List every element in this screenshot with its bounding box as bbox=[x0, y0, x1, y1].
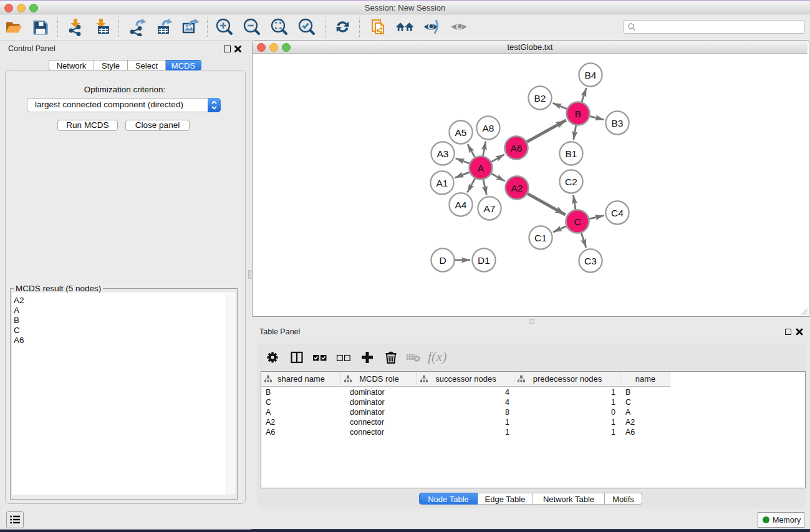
svg-text:A8: A8 bbox=[483, 123, 494, 133]
svg-text:C4: C4 bbox=[611, 208, 624, 218]
svg-text:B1: B1 bbox=[566, 148, 577, 159]
svg-text:C3: C3 bbox=[584, 256, 597, 266]
svg-text:D: D bbox=[439, 255, 446, 266]
svg-text:C: C bbox=[574, 216, 581, 227]
svg-text:A3: A3 bbox=[437, 148, 449, 159]
svg-text:B2: B2 bbox=[534, 93, 546, 104]
svg-text:B3: B3 bbox=[612, 118, 624, 128]
svg-text:A4: A4 bbox=[455, 200, 467, 210]
svg-text:A7: A7 bbox=[484, 203, 496, 214]
svg-text:A: A bbox=[478, 163, 485, 173]
svg-text:B4: B4 bbox=[585, 70, 597, 80]
svg-text:C1: C1 bbox=[534, 233, 547, 243]
svg-text:D1: D1 bbox=[478, 255, 490, 266]
svg-text:C2: C2 bbox=[565, 177, 577, 187]
svg-text:A1: A1 bbox=[436, 178, 448, 188]
svg-text:A5: A5 bbox=[455, 127, 467, 138]
svg-text:A2: A2 bbox=[511, 183, 523, 193]
svg-text:A6: A6 bbox=[511, 143, 523, 153]
svg-text:B: B bbox=[575, 109, 581, 119]
